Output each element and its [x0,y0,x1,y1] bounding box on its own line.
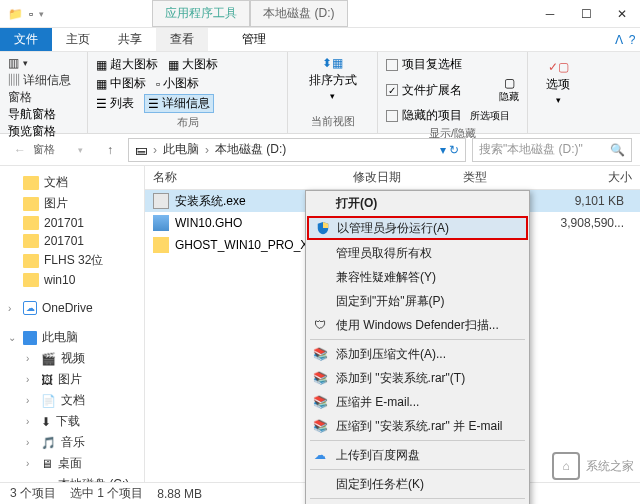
nav-forward-button[interactable]: → [38,138,62,162]
archive-icon: 📚 [312,394,328,410]
address-bar[interactable]: 🖴 › 此电脑 › 本地磁盘 (D:) ▾ ↻ [128,138,466,162]
ctx-open[interactable]: 打开(O) [306,191,529,215]
search-icon[interactable]: 🔍 [610,143,625,157]
title-tab-drive: 本地磁盘 (D:) [250,0,347,27]
nav-pane-button[interactable]: ▥▾ [8,56,79,70]
archive-icon: 📚 [312,370,328,386]
desktop-icon: 🖥 [41,457,53,471]
tree-this-pc[interactable]: ⌄此电脑 [0,327,144,348]
music-icon: 🎵 [41,436,56,450]
file-size: 9,101 KB [575,194,640,208]
fld-icon [153,237,169,253]
layout-medium[interactable]: ▦ 中图标 [96,75,146,92]
tree-downloads[interactable]: ›⬇下载 [0,411,144,432]
downloads-icon: ⬇ [41,415,51,429]
file-size: 3,908,590... [561,216,640,230]
ctx-run-as-admin[interactable]: 以管理员身份运行(A) [307,216,528,240]
tree-onedrive[interactable]: ›☁OneDrive [0,299,144,317]
view-tab[interactable]: 查看 [156,28,208,51]
status-size: 8.88 MB [157,487,202,501]
preview-pane-button[interactable]: ▥ 详细信息窗格 [8,72,79,106]
folder-icon [23,254,39,268]
tree-documents[interactable]: ›📄文档 [0,390,144,411]
file-ext-toggle[interactable]: ✓ [386,84,398,96]
qat-dropdown-icon[interactable]: ▾ [39,9,44,19]
ctx-pin-taskbar[interactable]: 固定到任务栏(K) [306,472,529,496]
share-tab[interactable]: 共享 [104,28,156,51]
layout-extra-large[interactable]: ▦ 超大图标 [96,56,158,73]
baidu-icon: ☁ [312,447,328,463]
minimize-button[interactable]: ─ [532,0,568,28]
tree-video[interactable]: ›🎬视频 [0,348,144,369]
video-icon: 🎬 [41,352,56,366]
archive-icon: 📚 [312,346,328,362]
exe-icon [153,193,169,209]
layout-large[interactable]: ▦ 大图标 [168,56,218,73]
layout-list[interactable]: ☰ 列表 [96,95,134,112]
item-checkboxes-toggle[interactable] [386,59,398,71]
context-menu: 打开(O) 以管理员身份运行(A) 管理员取得所有权 兼容性疑难解答(Y) 固定… [305,190,530,504]
app-icon: 📁 [8,7,23,21]
nav-tree[interactable]: 文档 图片 201701 201701 FLHS 32位 win10 ›☁One… [0,166,145,482]
address-bar-row: ← → ▾ ↑ 🖴 › 此电脑 › 本地磁盘 (D:) ▾ ↻ 搜索"本地磁盘 … [0,134,640,166]
ctx-pin-start[interactable]: 固定到"开始"屏幕(P) [306,289,529,313]
ctx-add-rar[interactable]: 📚添加到 "安装系统.rar"(T) [306,366,529,390]
help-button[interactable]: ᐱ? [610,28,640,51]
layout-small[interactable]: ▫ 小图标 [156,75,199,92]
manage-tab[interactable]: 管理 [228,28,280,51]
titlebar: 📁 ▫ ▾ 应用程序工具 本地磁盘 (D:) ─ ☐ ✕ [0,0,640,28]
ctx-compress-rar-email[interactable]: 📚压缩到 "安装系统.rar" 并 E-mail [306,414,529,438]
maximize-button[interactable]: ☐ [568,0,604,28]
nav-pane-label: 导航窗格 [8,106,79,123]
col-type[interactable]: 类型 [455,169,535,186]
tree-local-c[interactable]: ›🖴本地磁盘 (C:) [0,474,144,482]
col-size[interactable]: 大小 [535,169,640,186]
ctx-add-archive[interactable]: 📚添加到压缩文件(A)... [306,342,529,366]
sort-button[interactable]: ⬍▦ 排序方式 ▾ [309,56,357,101]
hidden-items-toggle[interactable] [386,110,398,122]
options-button[interactable]: ✓▢ 选项 ▾ [546,60,570,105]
tree-music[interactable]: ›🎵音乐 [0,432,144,453]
ribbon: ▥▾ ▥ 详细信息窗格 导航窗格 预览窗格 窗格 ▦ 超大图标 ▦ 大图标 ▦ … [0,52,640,134]
layout-details[interactable]: ☰ 详细信息 [144,94,214,113]
current-view-group-label: 当前视图 [311,112,355,129]
refresh-button[interactable]: ▾ ↻ [440,143,459,157]
ctx-defender-scan[interactable]: 🛡使用 Windows Defender扫描... [306,313,529,337]
nav-up-button[interactable]: ↑ [98,138,122,162]
status-item-count: 3 个项目 [10,485,56,502]
tree-pictures[interactable]: ›🖼图片 [0,369,144,390]
contextual-tab-tools[interactable]: 应用程序工具 [152,0,250,27]
nav-back-button[interactable]: ← [8,138,32,162]
col-date[interactable]: 修改日期 [345,169,455,186]
folder-icon [23,216,39,230]
home-tab[interactable]: 主页 [52,28,104,51]
crumb-this-pc[interactable]: 此电脑 [163,141,199,158]
pc-icon [23,331,37,345]
ctx-take-ownership[interactable]: 管理员取得所有权 [306,241,529,265]
col-name[interactable]: 名称 [145,169,345,186]
documents-icon: 📄 [41,394,56,408]
folder-icon [23,234,39,248]
status-selected: 选中 1 个项目 [70,485,143,502]
ctx-upload-baidu[interactable]: ☁上传到百度网盘 [306,443,529,467]
layout-group-label: 布局 [96,113,279,130]
folder-icon [23,273,39,287]
gho-icon [153,215,169,231]
nav-recent-button[interactable]: ▾ [68,138,92,162]
hide-button[interactable]: ▢隐藏 [499,76,519,104]
close-button[interactable]: ✕ [604,0,640,28]
ctx-troubleshoot[interactable]: 兼容性疑难解答(Y) [306,265,529,289]
ribbon-tabs: 文件 主页 共享 查看 管理 ᐱ? [0,28,640,52]
tree-desktop[interactable]: ›🖥桌面 [0,453,144,474]
drive-icon: 🖴 [135,143,147,157]
shield-icon [315,220,331,236]
file-tab[interactable]: 文件 [0,28,52,51]
qat-icon[interactable]: ▫ [29,7,33,21]
crumb-drive[interactable]: 本地磁盘 (D:) [215,141,286,158]
search-input[interactable]: 搜索"本地磁盘 (D:)" 🔍 [472,138,632,162]
archive-icon: 📚 [312,418,328,434]
folder-icon [23,176,39,190]
watermark: ⌂ 系统之家 [552,452,634,480]
ctx-compress-email[interactable]: 📚压缩并 E-mail... [306,390,529,414]
column-headers[interactable]: 名称 修改日期 类型 大小 [145,166,640,190]
